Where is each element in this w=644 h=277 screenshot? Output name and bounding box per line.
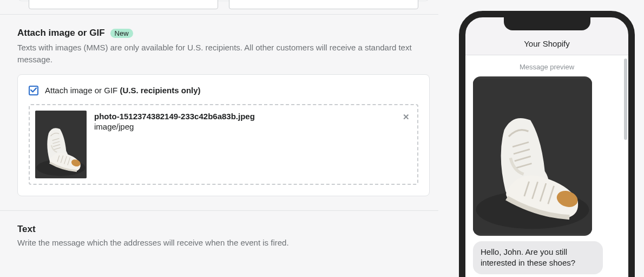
file-type: image/jpeg [94,122,255,131]
phone-body: Message preview Hello, John. Are you sti… [465,55,628,277]
phone-preview: Your Shopify Message preview Hello, John… [459,11,635,277]
text-section-title: Text [17,224,430,235]
stub-input-2[interactable] [229,0,418,9]
previous-card-stub [17,0,430,1]
text-section: Text Write the message which the address… [0,211,438,249]
file-name: photo-1512374382149-233c42b6a83b.jpeg [94,112,255,121]
attach-section-title: Attach image or GIF [17,28,105,38]
preview-image [473,76,592,236]
stub-input-1[interactable] [29,0,218,9]
file-dropzone[interactable]: photo-1512374382149-233c42b6a83b.jpeg im… [29,104,418,185]
attach-section-description: Texts with images (MMS) are only availab… [17,42,430,66]
phone-scrollbar[interactable] [624,59,627,140]
attach-checkbox[interactable] [29,86,38,95]
new-badge: New [110,29,133,38]
attach-checkbox-label: Attach image or GIF (U.S. recipients onl… [45,86,201,95]
checkbox-label-bold: (U.S. recipients only) [120,86,200,95]
checkbox-label-prefix: Attach image or GIF [45,86,120,95]
attach-checkbox-row[interactable]: Attach image or GIF (U.S. recipients onl… [29,86,418,95]
message-bubble: Hello, John. Are you still interested in… [473,241,603,274]
file-thumbnail [35,111,87,178]
file-info: photo-1512374382149-233c42b6a83b.jpeg im… [94,111,255,131]
attach-section: Attach image or GIF New Texts with image… [0,15,438,196]
remove-file-button[interactable]: ✕ [403,113,410,121]
text-section-description: Write the message which the addresses wi… [17,237,430,249]
phone-notch [504,16,590,30]
form-panel: Attach image or GIF New Texts with image… [0,0,438,277]
message-preview-label: Message preview [473,63,621,71]
attach-card: Attach image or GIF (U.S. recipients onl… [17,74,430,196]
